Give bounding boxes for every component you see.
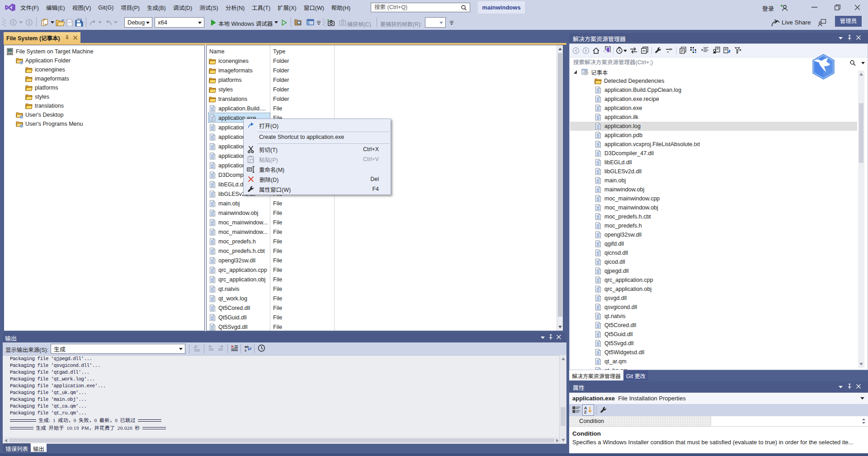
svg-text:Z: Z	[584, 410, 587, 414]
svg-text:c: c	[245, 348, 247, 352]
